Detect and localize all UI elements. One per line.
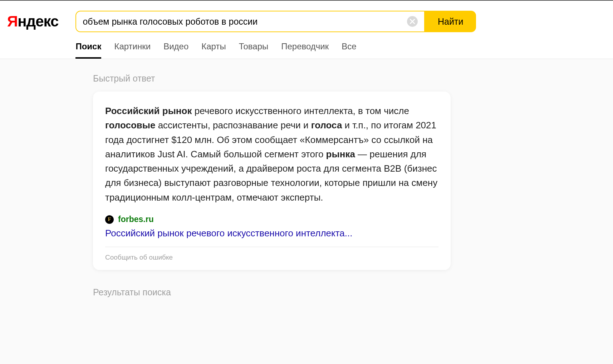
search-box — [75, 11, 425, 32]
search-input[interactable] — [83, 16, 407, 27]
report-error-link[interactable]: Сообщить об ошибке — [105, 254, 438, 261]
close-icon — [410, 19, 415, 24]
content: Быстрый ответ Российский рынок речевого … — [0, 59, 501, 320]
search-row: Найти — [75, 11, 476, 32]
results-label: Результаты поиска — [93, 287, 494, 297]
tabs: Поиск Картинки Видео Карты Товары Перево… — [75, 41, 476, 59]
tab-all[interactable]: Все — [342, 41, 356, 59]
tab-goods[interactable]: Товары — [239, 41, 269, 59]
logo-first-char: Я — [7, 13, 18, 30]
quick-answer-card: Российский рынок речевого искусственного… — [93, 92, 451, 270]
search-button[interactable]: Найти — [425, 11, 476, 32]
header: Яндекс Найти Поиск Картинки Видео Карты … — [0, 1, 613, 59]
source-favicon: F — [105, 215, 114, 224]
tab-translator[interactable]: Переводчик — [281, 41, 329, 59]
search-area: Найти Поиск Картинки Видео Карты Товары … — [75, 11, 476, 59]
source-domain[interactable]: forbes.ru — [118, 215, 154, 224]
source-title-link[interactable]: Российский рынок речевого искусственного… — [105, 228, 438, 239]
logo[interactable]: Яндекс — [7, 13, 58, 30]
tab-maps[interactable]: Карты — [201, 41, 226, 59]
quick-answer-text: Российский рынок речевого искусственного… — [105, 104, 438, 205]
tab-images[interactable]: Картинки — [114, 41, 151, 59]
quick-answer-label: Быстрый ответ — [93, 73, 494, 84]
divider — [105, 247, 438, 247]
logo-rest: ндекс — [18, 13, 58, 30]
source-row: F forbes.ru — [105, 215, 438, 224]
clear-search-button[interactable] — [407, 16, 418, 27]
tab-video[interactable]: Видео — [163, 41, 188, 59]
tab-search[interactable]: Поиск — [75, 41, 101, 59]
